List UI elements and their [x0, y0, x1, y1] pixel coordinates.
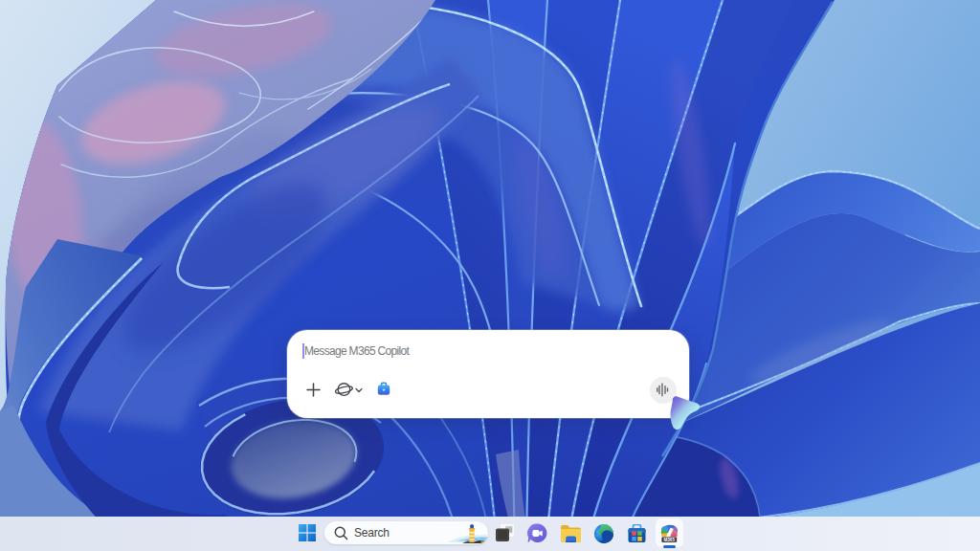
svg-text:M365: M365 — [664, 538, 676, 542]
